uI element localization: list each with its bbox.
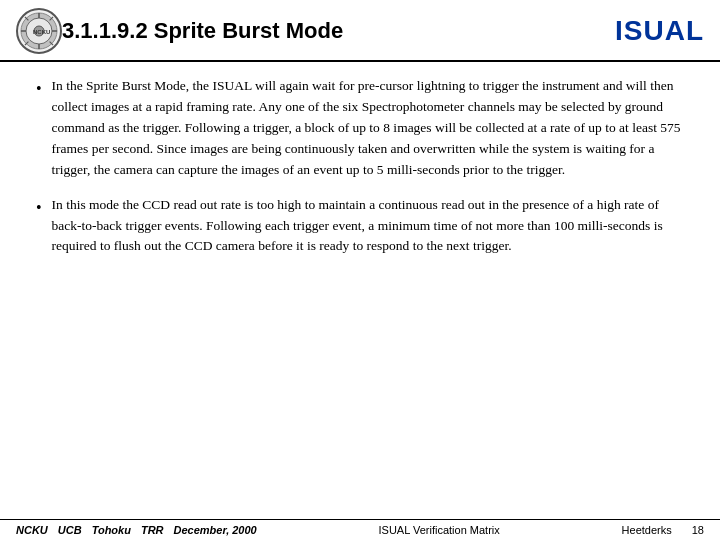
page: NCKU 3.1.1.9.2 Sprite Burst Mode ISUAL •…: [0, 0, 720, 540]
bullet-1-text: In the Sprite Burst Mode, the ISUAL will…: [52, 76, 684, 181]
footer-matrix-label: ISUAL Verification Matrix: [379, 524, 500, 536]
bullet-item-2: • In this mode the CCD read out rate is …: [36, 195, 684, 258]
footer-author: Heetderks: [622, 524, 672, 536]
bullet-1-marker: •: [36, 77, 42, 101]
footer-org3: Tohoku: [92, 524, 131, 536]
svg-text:NCKU: NCKU: [33, 29, 50, 35]
footer-org1: NCKU: [16, 524, 48, 536]
bullet-item-1: • In the Sprite Burst Mode, the ISUAL wi…: [36, 76, 684, 181]
footer-date: December, 2000: [174, 524, 257, 536]
footer-org2: UCB: [58, 524, 82, 536]
isual-logo-text: ISUAL: [615, 15, 704, 47]
main-content: • In the Sprite Burst Mode, the ISUAL wi…: [0, 62, 720, 519]
footer-event: TRR: [141, 524, 164, 536]
page-title: 3.1.1.9.2 Sprite Burst Mode: [62, 18, 615, 44]
ncku-logo: NCKU: [16, 8, 62, 54]
bullet-2-text: In this mode the CCD read out rate is to…: [52, 195, 684, 258]
footer: NCKU UCB Tohoku TRR December, 2000 ISUAL…: [0, 519, 720, 540]
header: NCKU 3.1.1.9.2 Sprite Burst Mode ISUAL: [0, 0, 720, 62]
bullet-2-marker: •: [36, 196, 42, 220]
footer-right: Heetderks 18: [622, 524, 704, 536]
footer-page-number: 18: [692, 524, 704, 536]
footer-orgs: NCKU UCB Tohoku TRR December, 2000: [16, 524, 257, 536]
